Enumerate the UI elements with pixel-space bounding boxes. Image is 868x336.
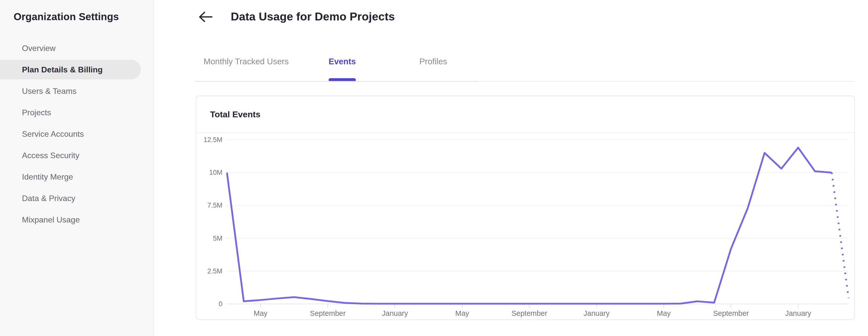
sidebar-item-users-teams[interactable]: Users & Teams: [0, 81, 141, 101]
y-axis-label-2.5M: 2.5M: [185, 266, 222, 276]
projected-usage-dotted-line: [832, 173, 848, 298]
sidebar-item-label: Plan Details & Billing: [22, 65, 103, 74]
page-title: Data Usage for Demo Projects: [231, 10, 395, 23]
sidebar-item-overview[interactable]: Overview: [0, 38, 141, 58]
tab-events[interactable]: Events: [329, 57, 356, 66]
x-axis-label-6-may: May: [657, 309, 671, 317]
content-divider: [478, 81, 855, 82]
sidebar-item-data-privacy[interactable]: Data & Privacy: [0, 188, 141, 208]
sidebar-item-mixpanel-usage[interactable]: Mixpanel Usage: [0, 210, 141, 230]
tab-row-divider: [195, 81, 478, 82]
tab-profiles[interactable]: Profiles: [420, 57, 447, 66]
x-axis-label-8-january: January: [785, 309, 811, 317]
sidebar-item-label: Overview: [22, 43, 56, 53]
sidebar-item-projects[interactable]: Projects: [0, 103, 141, 122]
total-events-series-line: [227, 148, 832, 304]
sidebar-title: Organization Settings: [13, 11, 119, 23]
sidebar-item-label: Users & Teams: [22, 87, 76, 96]
back-button[interactable]: [197, 10, 214, 24]
tab-monthly-tracked-users[interactable]: Monthly Tracked Users: [204, 57, 288, 66]
sidebar-item-label: Identity Merge: [22, 172, 73, 182]
page: { "sidebar": { "title": "Organization Se…: [0, 0, 868, 336]
x-axis-label-7-september: September: [713, 309, 749, 317]
sidebar-item-identity-merge[interactable]: Identity Merge: [0, 167, 141, 187]
x-axis-label-4-september: September: [512, 309, 547, 317]
sidebar-item-label: Mixpanel Usage: [22, 215, 80, 224]
sidebar-item-label: Access Security: [22, 151, 80, 160]
x-axis-label-1-september: September: [310, 309, 346, 317]
x-axis-label-0-may: May: [254, 309, 268, 317]
sidebar-item-plan-details-billing[interactable]: Plan Details & Billing: [0, 60, 141, 80]
organization-settings-sidebar: Organization Settings OverviewPlan Detai…: [0, 0, 154, 336]
total-events-line-chart[interactable]: [226, 140, 848, 309]
sidebar-item-label: Data & Privacy: [22, 194, 75, 203]
y-axis-label-0: 0: [185, 299, 222, 309]
x-axis-label-5-january: January: [584, 309, 610, 317]
sidebar-item-label: Service Accounts: [22, 129, 84, 139]
x-axis-label-3-may: May: [455, 309, 469, 317]
chart-title: Total Events: [210, 110, 260, 119]
y-axis-label-5M: 5M: [185, 233, 222, 243]
card-header: Total Events: [196, 96, 855, 133]
y-axis-label-10M: 10M: [185, 167, 222, 178]
left-arrow-icon: [198, 11, 213, 24]
sidebar-item-service-accounts[interactable]: Service Accounts: [0, 124, 141, 144]
sidebar-item-label: Projects: [22, 108, 51, 117]
x-axis-label-2-january: January: [382, 309, 408, 317]
sidebar-item-access-security[interactable]: Access Security: [0, 146, 141, 165]
y-axis-label-7.5M: 7.5M: [185, 200, 222, 210]
y-axis-label-12.5M: 12.5M: [185, 135, 222, 145]
